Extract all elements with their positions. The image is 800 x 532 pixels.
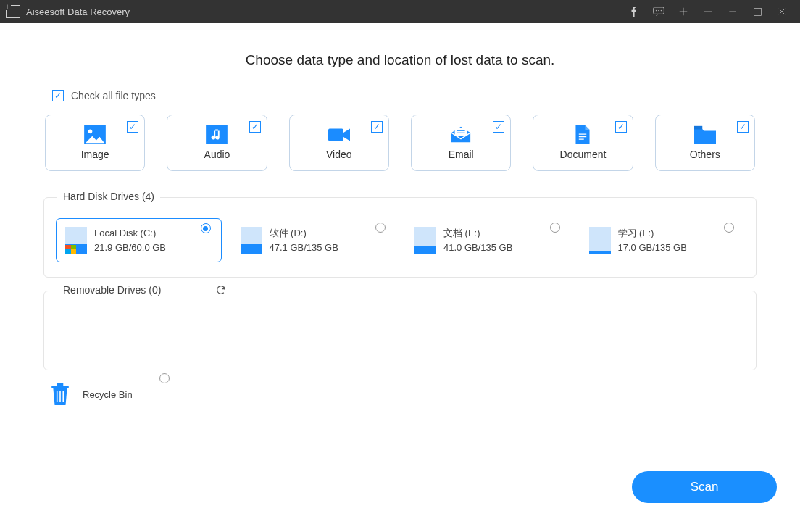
hdd-section: Hard Disk Drives (4) Local Disk (C:) 21.… [43,197,757,278]
type-label: Video [326,149,352,160]
page-heading: Choose data type and location of lost da… [36,52,764,68]
feedback-icon[interactable] [646,0,671,23]
radio-icon[interactable] [550,223,560,233]
minimize-icon[interactable] [720,0,745,23]
removable-section: Removable Drives (0) [43,291,757,370]
radio-icon[interactable] [201,223,211,233]
drive-text: 学习 (F:) 17.0 GB/135 GB [618,226,687,254]
recycle-label: Recycle Bin [83,389,133,400]
drive-usage: 17.0 GB/135 GB [618,241,687,255]
checkbox-icon[interactable]: ✓ [249,121,261,133]
drive-card[interactable]: Local Disk (C:) 21.9 GB/60.0 GB [56,218,222,262]
svg-point-3 [661,10,662,11]
svg-rect-7 [207,125,228,144]
drive-card[interactable]: 学习 (F:) 17.0 GB/135 GB [580,218,745,262]
svg-rect-9 [455,128,467,136]
checkbox-icon[interactable]: ✓ [371,121,383,133]
menu-icon[interactable] [696,0,720,23]
drive-name: 文档 (E:) [443,226,512,241]
disk-icon [414,227,436,254]
drive-usage: 21.9 GB/60.0 GB [94,241,166,255]
file-type-grid: ✓ Image ✓ Audio ✓ Video ✓ Email ✓ Docume… [45,115,755,171]
folder-icon [694,125,716,144]
app-logo-icon [6,5,20,18]
type-label: Others [690,149,720,160]
drive-name: 软件 (D:) [270,226,338,241]
removable-section-title: Removable Drives (0) [57,284,167,296]
radio-icon[interactable] [159,373,170,383]
drive-usage: 47.1 GB/135 GB [270,241,338,255]
drive-card[interactable]: 软件 (D:) 47.1 GB/135 GB [232,218,396,262]
checkbox-icon[interactable]: ✓ [127,121,138,133]
disk-icon [589,227,611,254]
disk-icon [65,227,87,254]
drive-name: Local Disk (C:) [94,226,166,241]
svg-rect-8 [328,129,343,141]
checkbox-icon[interactable]: ✓ [493,121,504,133]
app-title: Aiseesoft Data Recovery [26,7,130,17]
drive-text: Local Disk (C:) 21.9 GB/60.0 GB [94,226,166,254]
svg-rect-10 [694,126,702,130]
type-label: Image [81,149,109,160]
type-label: Audio [204,149,230,160]
check-all-file-types[interactable]: ✓ Check all file types [52,90,764,101]
type-card-email[interactable]: ✓ Email [411,115,511,171]
checkbox-icon[interactable]: ✓ [615,121,627,133]
radio-icon[interactable] [375,223,386,233]
check-all-label: Check all file types [71,90,156,101]
svg-rect-11 [51,386,69,388]
facebook-icon[interactable] [622,0,646,23]
drive-name: 学习 (F:) [618,226,687,241]
type-card-others[interactable]: ✓ Others [655,115,755,171]
svg-point-1 [656,10,657,11]
svg-point-6 [88,130,93,134]
document-icon [572,125,593,144]
type-card-image[interactable]: ✓ Image [45,115,145,171]
drive-text: 软件 (D:) 47.1 GB/135 GB [270,226,338,254]
titlebar: Aiseesoft Data Recovery [0,0,800,23]
email-icon [450,125,472,144]
audio-icon [206,125,228,144]
svg-rect-12 [57,383,64,386]
drive-text: 文档 (E:) 41.0 GB/135 GB [443,226,512,254]
type-label: Document [560,149,607,160]
type-card-video[interactable]: ✓ Video [289,115,389,171]
maximize-icon[interactable] [745,0,770,23]
checkbox-icon[interactable]: ✓ [52,90,64,101]
type-card-document[interactable]: ✓ Document [533,115,633,171]
video-icon [328,125,350,144]
trash-icon [51,383,70,405]
recycle-bin-option[interactable]: Recycle Bin [51,383,757,405]
drive-card[interactable]: 文档 (E:) 41.0 GB/135 GB [406,218,570,262]
type-card-audio[interactable]: ✓ Audio [167,115,267,171]
type-label: Email [449,149,474,160]
svg-rect-4 [754,8,761,15]
drive-usage: 41.0 GB/135 GB [443,241,512,255]
refresh-icon[interactable] [211,284,231,299]
plus-icon[interactable] [671,0,696,23]
close-icon[interactable] [770,0,794,23]
radio-icon[interactable] [724,223,734,233]
disk-icon [241,227,262,254]
scan-button[interactable]: Scan [632,471,777,503]
svg-point-2 [659,10,659,11]
hdd-section-title: Hard Disk Drives (4) [57,191,160,202]
image-icon [84,125,106,144]
checkbox-icon[interactable]: ✓ [737,121,749,133]
